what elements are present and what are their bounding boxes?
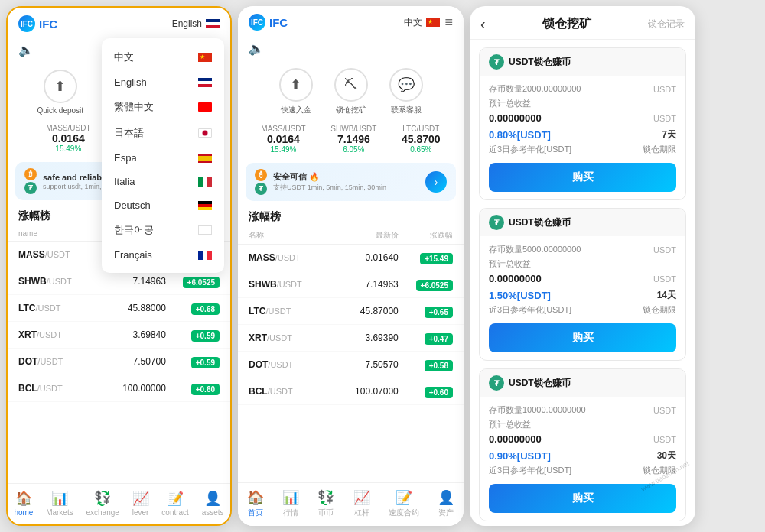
lang-tw-label: 繁體中文 — [114, 100, 154, 114]
lock-card-header: ₮ USDT锁仓赚币 — [480, 48, 685, 76]
record-link-3[interactable]: 锁仓记录 — [648, 18, 685, 31]
promo-service-2[interactable]: 💬 联系客服 — [389, 68, 423, 115]
lang-kr-label: 한국어공 — [114, 223, 154, 237]
lock-deposit-row: 存币数量2000.00000000 USDT — [489, 83, 676, 95]
home-icon-1: 🏠 — [15, 490, 32, 507]
lock-deposit-unit: USDT — [653, 85, 676, 94]
lock-rate: 0.80%[USDT] — [489, 129, 551, 141]
nav-assets-1[interactable]: 👤 assets — [199, 490, 227, 517]
lock-expected-unit: USDT — [653, 114, 676, 123]
lang-option-en[interactable]: English — [102, 70, 224, 94]
nav-market-2[interactable]: 📊 行情 — [279, 489, 302, 518]
deposit-label-1: Quick deposit — [37, 106, 84, 115]
nav-contract-1[interactable]: 📝 contract — [158, 490, 192, 517]
lock-card-header: ₮ USDT锁仓赚币 — [480, 369, 685, 397]
deposit-icon-2: ⬆ — [279, 68, 313, 102]
row-change: +6.0525 — [166, 274, 220, 288]
ticker-text-2: 安全可信 🔥 支持USDT 1min, 5min, 15min, 30min — [273, 171, 419, 193]
lang-option-tw[interactable]: 繁體中文 — [102, 94, 224, 120]
lang-option-jp[interactable]: 日本語 — [102, 120, 224, 146]
table2-rows: MASS/USDT 0.01640 +15.49 SHWB/USDT 7.149… — [238, 245, 464, 405]
promo-deposit-2[interactable]: ⬆ 快速入金 — [279, 68, 313, 115]
row-name: XRT/USDT — [18, 329, 99, 340]
table-row[interactable]: MASS/USDT 0.01640 +15.49 — [238, 245, 464, 271]
change-badge: +0.60 — [425, 387, 453, 398]
markets-icon-1: 📊 — [51, 490, 68, 507]
logo-text-2: IFC — [269, 16, 288, 29]
language-selector-1[interactable]: English — [172, 18, 220, 29]
row-change: +0.60 — [166, 381, 220, 395]
table-row[interactable]: DOT/USDT 7.50570 +0.58 — [238, 352, 464, 378]
stat-change-ltc-2: 0.65% — [402, 145, 441, 154]
lang-option-it[interactable]: Italia — [102, 170, 224, 193]
lock-card: ₮ USDT锁仓赚币 存币数量10000.00000000 USDT 预计总收益… — [479, 368, 686, 521]
nav-home-1[interactable]: 🏠 home — [11, 490, 36, 517]
nav-contract-label-1: contract — [161, 508, 189, 517]
phone1-header: IFC IFC English — [8, 8, 230, 37]
lang-option-zh[interactable]: 中文 — [102, 44, 224, 70]
table-row[interactable]: XRT/USDT 3.69840 +0.59 — [8, 322, 230, 349]
sound-icon-2[interactable]: 🔈 — [238, 35, 464, 62]
language-selector-2[interactable]: 中文 — [404, 16, 440, 29]
lang-option-fr[interactable]: Français — [102, 243, 224, 267]
nav-speed-2[interactable]: 📝 速度合约 — [386, 489, 422, 518]
nav-exchange-1[interactable]: 💱 exchange — [83, 490, 122, 517]
lang-option-es[interactable]: Espa — [102, 146, 224, 170]
lock-amount: 0.00000000 — [489, 273, 542, 284]
lang-option-de[interactable]: Deutsch — [102, 193, 224, 217]
row-price: 3.69840 — [99, 329, 166, 340]
lock-deposit-row: 存币数量5000.00000000 USDT — [489, 244, 676, 255]
nav-markets-1[interactable]: 📊 Markets — [43, 490, 76, 517]
table-row[interactable]: XRT/USDT 3.69390 +0.47 — [238, 325, 464, 352]
table-row[interactable]: LTC/USDT 45.88000 +0.68 — [8, 295, 230, 322]
stat-mass-1: MASS/USDT 0.0164 15.49% — [46, 124, 90, 153]
lock-period-value: 14天 — [657, 290, 676, 300]
nav-coin-2[interactable]: 💱 币币 — [314, 489, 337, 518]
back-button-3[interactable]: ‹ — [480, 15, 486, 33]
flag-cn-2 — [426, 18, 440, 27]
table-row[interactable]: LTC/USDT 45.87000 +0.65 — [238, 298, 464, 325]
lock-rate-col: 0.90%[USDT] 近3日参考年化[USDT] — [489, 449, 571, 476]
lock-card-body: 存币数量5000.00000000 USDT 预计总收益 0.00000000 … — [480, 236, 685, 360]
coin-icon-2: 💱 — [317, 489, 334, 506]
th-name-2: 名称 — [249, 230, 330, 241]
table-row[interactable]: SHWB/USDT 7.14963 +6.0525 — [238, 271, 464, 298]
buy-button[interactable]: 购买 — [489, 163, 676, 192]
row-name: SHWB/USDT — [18, 276, 99, 287]
lock-rate: 0.90%[USDT] — [489, 450, 551, 462]
promo-icons-2: ⬆ 快速入金 ⛏ 锁仓挖矿 💬 联系客服 — [238, 62, 464, 122]
table-row[interactable]: DOT/USDT 7.50700 +0.59 — [8, 349, 230, 375]
usdt-icon-card: ₮ — [489, 375, 504, 391]
language-dropdown[interactable]: 中文 English 繁體中文 日本語 Espa — [102, 38, 224, 273]
ticker-sub-2: 支持USDT 1min, 5min, 15min, 30min — [273, 183, 419, 193]
lang-option-kr[interactable]: 한국어공 — [102, 217, 224, 243]
ticker-arrow-2[interactable]: › — [425, 171, 447, 193]
row-price: 100.07000 — [330, 386, 399, 397]
row-change: +0.58 — [399, 358, 453, 371]
mining-icon-2: ⛏ — [334, 68, 368, 102]
lock-ref-label: 近3日参考年化[USDT] — [489, 305, 571, 314]
nav-lever-2[interactable]: 📈 杠杆 — [350, 489, 373, 518]
nav-lever-1[interactable]: 📈 lever — [129, 490, 152, 517]
nav-assets-2[interactable]: 👤 资产 — [435, 489, 457, 518]
menu-icon-2[interactable]: ≡ — [444, 15, 453, 31]
nav-home-2[interactable]: 🏠 首页 — [244, 489, 267, 518]
lang-fr-label: Français — [114, 249, 152, 261]
table-row[interactable]: BCL/USDT 100.07000 +0.60 — [238, 378, 464, 405]
mining-label-2: 锁仓挖矿 — [336, 105, 366, 115]
deposit-label-2: 快速入金 — [281, 105, 311, 115]
lock-rate-col: 0.80%[USDT] 近3日参考年化[USDT] — [489, 128, 571, 155]
buy-button[interactable]: 购买 — [489, 323, 676, 352]
lock-expected-row: 预计总收益 — [489, 419, 676, 430]
lang-jp-label: 日本語 — [114, 126, 144, 140]
promo-mining-2[interactable]: ⛏ 锁仓挖矿 — [334, 68, 368, 115]
lock-deposit-label: 存币数量2000.00000000 — [489, 83, 581, 95]
lock-value-row: 0.00000000 USDT — [489, 112, 676, 124]
usdt-icon-ticker-2: ₮ — [255, 183, 267, 195]
stat-value-shwb-2: 7.1496 — [330, 133, 376, 145]
lock-expected-label: 预计总收益 — [489, 258, 531, 270]
lock-ref-label: 近3日参考年化[USDT] — [489, 144, 571, 154]
table-row[interactable]: BCL/USDT 100.00000 +0.60 — [8, 375, 230, 402]
nav-market-label-2: 行情 — [283, 508, 298, 518]
promo-deposit-1[interactable]: ⬆ Quick deposit — [37, 70, 84, 115]
